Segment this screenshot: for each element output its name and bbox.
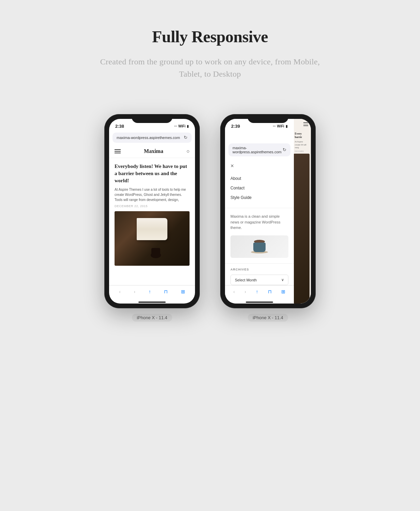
hamburger-icon-1[interactable] xyxy=(115,149,121,153)
browser-toolbar-1: ‹ › ↑ ⊓ ⊞ xyxy=(109,285,195,299)
hamburger-icon-bg xyxy=(303,122,308,126)
header-section: Fully Responsive Created from the ground… xyxy=(91,0,329,100)
bg-excerpt: At Aspire create W will rang xyxy=(292,140,311,149)
phones-container: 2:38 ··· WiFi ▮ maxima-wordpress.aspiret… xyxy=(97,100,322,342)
mug-shadow xyxy=(151,252,161,258)
iphone-screen-2: Every barrie At Aspire create W will ran… xyxy=(225,119,311,304)
book-image xyxy=(115,211,190,266)
select-month-label: Select Month xyxy=(235,278,257,282)
content-area-1: Everybody listen! We have to put a barri… xyxy=(109,158,195,285)
post-image-1 xyxy=(115,211,190,266)
iphone-frame-1: 2:38 ··· WiFi ▮ maxima-wordpress.aspiret… xyxy=(104,114,200,308)
browser-toolbar-2: ‹ › ↑ ⊓ ⊞ xyxy=(225,285,294,299)
book-pages xyxy=(137,218,167,240)
share-button-2[interactable]: ↑ xyxy=(254,289,260,295)
search-icon-1[interactable]: ○ xyxy=(186,149,190,154)
phone2-wrapper: Every barrie At Aspire create W will ran… xyxy=(220,114,316,322)
site-nav-1: Maxima ○ xyxy=(109,145,195,158)
tabs-button-2[interactable]: ⊞ xyxy=(279,288,287,295)
menu-close-button[interactable]: × xyxy=(225,160,294,174)
phone-label-1: iPhone X - 11.4 xyxy=(132,314,172,322)
iphone-screen-1: 2:38 ··· WiFi ▮ maxima-wordpress.aspiret… xyxy=(109,119,195,304)
post-title-1: Everybody listen! We have to put a barri… xyxy=(115,163,190,184)
signal-icon: ··· xyxy=(174,124,177,128)
battery-icon: ▮ xyxy=(187,124,189,128)
coffee-image xyxy=(230,235,288,258)
reload-icon-2[interactable]: ↻ xyxy=(283,147,286,153)
menu-overlay: 2:39 ··· WiFi ▮ maxima-wordpress.aspiret… xyxy=(225,119,294,304)
home-bar-1 xyxy=(138,301,166,303)
coffee-cup xyxy=(251,240,268,253)
reload-icon-1[interactable]: ↻ xyxy=(184,135,188,140)
select-month-dropdown[interactable]: Select Month ∨ xyxy=(230,275,288,285)
home-indicator-2 xyxy=(225,299,294,304)
wifi-icon: WiFi xyxy=(178,124,185,128)
status-icons-2: ··· WiFi ▮ xyxy=(273,124,287,128)
tabs-button-1[interactable]: ⊞ xyxy=(179,288,187,295)
wifi-icon-2: WiFi xyxy=(277,124,284,128)
url-text-1: maxima-wordpress.aspirethemes.com xyxy=(117,136,180,140)
status-time-1: 2:38 xyxy=(115,124,124,129)
share-button-1[interactable]: ↑ xyxy=(147,289,153,295)
back-button-2[interactable]: ‹ xyxy=(231,289,237,295)
menu-item-style-guide[interactable]: Style Guide xyxy=(230,193,288,202)
notch-1 xyxy=(132,114,172,123)
menu-item-contact[interactable]: Contact xyxy=(230,183,288,193)
battery-icon-2: ▮ xyxy=(286,124,288,128)
forward-button-1[interactable]: › xyxy=(132,289,137,295)
menu-description: Maxima is a clean and simple news or mag… xyxy=(225,214,294,231)
chevron-down-icon: ∨ xyxy=(281,278,284,282)
status-time-2: 2:39 xyxy=(231,124,240,129)
url-bar-1[interactable]: maxima-wordpress.aspirethemes.com ↻ xyxy=(112,133,192,143)
archives-section: ARCHIVES Select Month ∨ xyxy=(225,263,294,285)
phone-label-2: iPhone X - 11.4 xyxy=(248,314,288,322)
notch-2 xyxy=(247,114,288,123)
iphone-frame-2: Every barrie At Aspire create W will ran… xyxy=(220,114,316,308)
bg-image xyxy=(294,154,310,304)
phone2-background: Every barrie At Aspire create W will ran… xyxy=(292,119,311,304)
site-title-1: Maxima xyxy=(144,148,163,154)
main-title: Fully Responsive xyxy=(97,27,322,46)
phone2-bg-nav xyxy=(292,119,311,129)
back-button-1[interactable]: ‹ xyxy=(117,289,123,295)
home-bar-2 xyxy=(246,301,273,303)
url-text-2: maxima-wordpress.aspirethemes.com xyxy=(232,146,283,154)
bg-date: DECEMBE xyxy=(292,149,311,154)
signal-icon-2: ··· xyxy=(273,124,275,128)
subtitle: Created from the ground up to work on an… xyxy=(97,56,322,80)
bg-post-title: Every barrie xyxy=(292,129,311,141)
cup-body xyxy=(253,243,266,252)
bookmark-button-1[interactable]: ⊓ xyxy=(162,288,170,295)
status-icons-1: ··· WiFi ▮ xyxy=(174,124,189,128)
bookmark-button-2[interactable]: ⊓ xyxy=(266,288,274,295)
post-excerpt-1: At Aspire Themes I use a lot of tools to… xyxy=(115,187,190,202)
menu-items: About Contact Style Guide xyxy=(225,174,294,208)
forward-button-2[interactable]: › xyxy=(242,289,248,295)
menu-item-about[interactable]: About xyxy=(230,174,288,183)
archives-title: ARCHIVES xyxy=(230,268,288,271)
phone1-wrapper: 2:38 ··· WiFi ▮ maxima-wordpress.aspiret… xyxy=(104,114,200,322)
home-indicator-1 xyxy=(109,299,195,304)
url-bar-2[interactable]: maxima-wordpress.aspirethemes.com ↻ xyxy=(228,143,290,156)
post-date-1: DECEMBER 22, 2015 xyxy=(115,204,190,208)
